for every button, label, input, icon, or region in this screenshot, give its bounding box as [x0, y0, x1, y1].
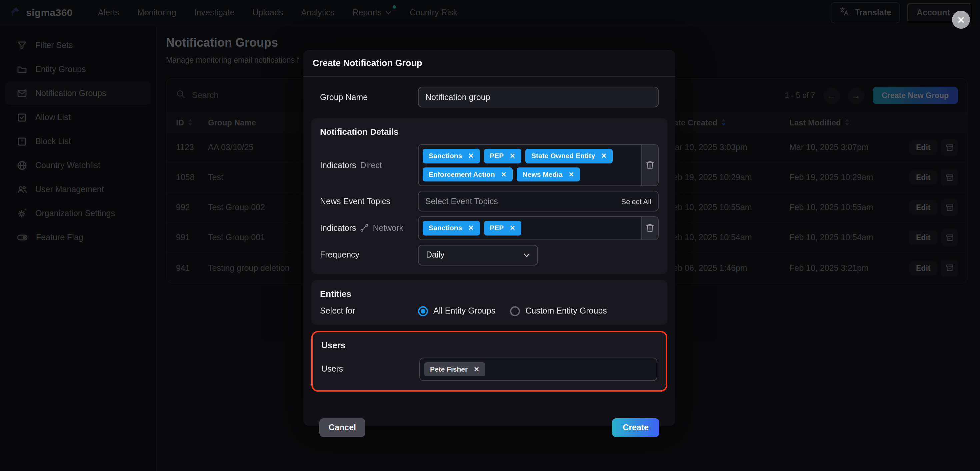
clear-indicators-direct-button[interactable] [641, 145, 658, 185]
indicators-direct-field[interactable]: Sanctions✕PEP✕State Owned Entity✕Enforce… [418, 144, 659, 186]
entities-heading: Entities [320, 289, 659, 299]
clear-indicators-network-button[interactable] [641, 217, 658, 239]
chip-pep: PEP✕ [484, 149, 521, 163]
frequency-row: Frequency Daily [320, 244, 659, 265]
group-name-input[interactable] [418, 87, 659, 107]
news-event-topics-row: News Event Topics Select Event Topics Se… [320, 191, 659, 211]
remove-chip-icon[interactable]: ✕ [468, 152, 474, 160]
chip-pete-fisher: Pete Fisher✕ [424, 362, 485, 376]
users-row: Users Pete Fisher✕ [321, 357, 657, 381]
indicators-direct-chips: Sanctions✕PEP✕State Owned Entity✕Enforce… [418, 145, 641, 185]
radio-label: Custom Entity Groups [525, 306, 607, 316]
entity-groups-radio-group: All Entity GroupsCustom Entity Groups [418, 306, 607, 316]
chip-label: Enforcement Action [429, 171, 495, 178]
news-event-topics-placeholder: Select Event Topics [425, 196, 498, 206]
remove-chip-icon[interactable]: ✕ [510, 225, 515, 232]
users-heading: Users [321, 340, 657, 350]
indicators-direct-label: Indicators Direct [320, 160, 418, 170]
chip-state-owned-entity: State Owned Entity✕ [525, 149, 612, 163]
select-for-label: Select for [320, 306, 418, 316]
frequency-select[interactable]: Daily [418, 244, 538, 265]
modal-header: Create Notification Group [303, 50, 675, 77]
chip-pep: PEP✕ [484, 221, 521, 235]
chip-label: News Media [523, 171, 563, 178]
create-button[interactable]: Create [612, 418, 659, 437]
app-stage: sigma360 AlertsMonitoringInvestigateUplo… [0, 0, 980, 471]
chip-sanctions: Sanctions✕ [423, 221, 480, 235]
frequency-value: Daily [426, 250, 445, 260]
indicators-network-sublabel: Network [373, 224, 403, 233]
entities-section: Entities Select for All Entity GroupsCus… [311, 280, 667, 324]
group-name-label: Group Name [320, 93, 418, 102]
trash-icon [646, 224, 654, 233]
radio-custom-entity-groups[interactable]: Custom Entity Groups [510, 306, 607, 316]
frequency-label: Frequency [320, 250, 418, 260]
close-icon[interactable]: ✕ [952, 11, 970, 29]
remove-chip-icon[interactable]: ✕ [474, 366, 479, 373]
modal-body: Group Name Notification Details Indicato… [303, 77, 675, 437]
remove-chip-icon[interactable]: ✕ [501, 171, 507, 178]
news-event-topics-select[interactable]: Select Event Topics Select All [418, 191, 659, 211]
create-notification-group-modal: Create Notification Group Group Name Not… [303, 50, 675, 426]
radio-unselected-icon[interactable] [510, 306, 520, 316]
users-field[interactable]: Pete Fisher✕ [419, 357, 657, 381]
chip-label: State Owned Entity [531, 152, 595, 160]
chip-sanctions: Sanctions✕ [423, 149, 480, 163]
radio-label: All Entity Groups [433, 306, 495, 316]
radio-selected-icon[interactable] [418, 306, 428, 316]
indicators-network-row: Indicators Network Sanctions✕PEP✕ [320, 216, 659, 240]
indicators-direct-row: Indicators Direct Sanctions✕PEP✕State Ow… [320, 144, 659, 186]
chip-label: Sanctions [429, 224, 462, 232]
group-name-row: Group Name [320, 87, 667, 107]
indicators-direct-sublabel: Direct [360, 160, 382, 170]
users-section-highlighted: Users Users Pete Fisher✕ [311, 330, 667, 391]
indicators-network-field[interactable]: Sanctions✕PEP✕ [418, 216, 659, 240]
users-chips: Pete Fisher✕ [420, 358, 657, 380]
modal-footer: Cancel Create [319, 418, 659, 437]
notification-details-heading: Notification Details [320, 127, 659, 137]
cancel-button[interactable]: Cancel [319, 418, 365, 437]
chip-label: PEP [490, 224, 504, 232]
chip-label: PEP [490, 152, 504, 160]
chip-enforcement-action: Enforcement Action✕ [423, 167, 513, 182]
indicators-network-label: Indicators Network [320, 224, 418, 233]
trash-icon [646, 161, 654, 169]
chip-label: Sanctions [429, 152, 462, 160]
remove-chip-icon[interactable]: ✕ [569, 171, 574, 178]
remove-chip-icon[interactable]: ✕ [510, 152, 515, 160]
radio-all-entity-groups[interactable]: All Entity Groups [418, 306, 495, 316]
remove-chip-icon[interactable]: ✕ [601, 152, 607, 160]
modal-title: Create Notification Group [313, 58, 422, 68]
indicators-network-chips: Sanctions✕PEP✕ [418, 217, 641, 239]
notification-details-section: Notification Details Indicators Direct S… [311, 118, 667, 274]
select-all-link[interactable]: Select All [621, 197, 652, 205]
chevron-down-icon [523, 252, 530, 257]
network-icon [360, 224, 369, 233]
news-event-topics-label: News Event Topics [320, 196, 418, 206]
remove-chip-icon[interactable]: ✕ [468, 225, 474, 232]
select-for-row: Select for All Entity GroupsCustom Entit… [320, 306, 659, 316]
chip-news-media: News Media✕ [517, 167, 580, 182]
indicators-label-text: Indicators [320, 224, 356, 233]
chip-label: Pete Fisher [430, 365, 468, 373]
users-label: Users [321, 365, 419, 374]
indicators-label-text: Indicators [320, 160, 356, 170]
